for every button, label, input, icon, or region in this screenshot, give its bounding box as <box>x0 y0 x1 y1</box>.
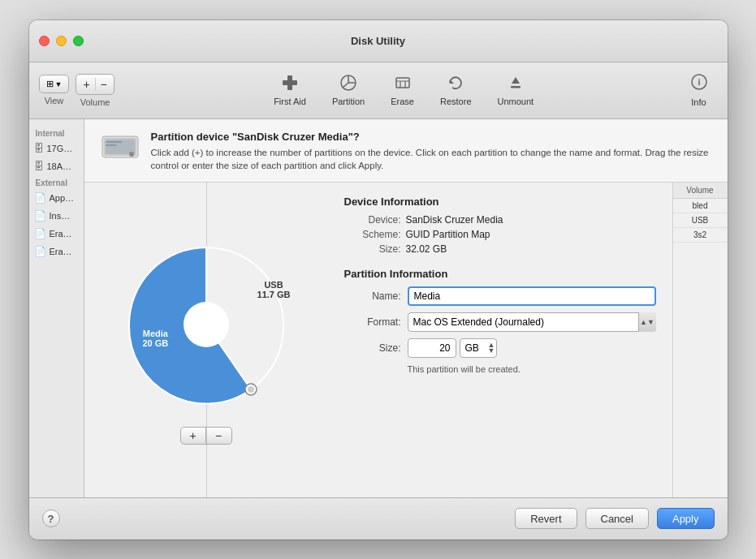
size-key: Size: <box>344 243 401 255</box>
cancel-button[interactable]: Cancel <box>585 508 649 529</box>
toolbar: ⊞ ▼ View + − Volume <box>29 62 728 119</box>
format-label: Format: <box>344 316 401 328</box>
ext1-icon: 📄 <box>34 192 46 204</box>
partition-dialog-title: Partition device "SanDisk Cruzer Media"? <box>151 131 711 143</box>
svg-marker-8 <box>512 77 520 84</box>
restore-icon <box>447 74 464 94</box>
partition-info-section: Partition Information Name: Format: Mac … <box>344 268 656 374</box>
right-col-volume-header: Volume <box>673 183 728 199</box>
sidebar-item-ext2[interactable]: 📄 Ins… <box>29 207 84 225</box>
format-select[interactable]: Mac OS Extended (Journaled) Mac OS Exten… <box>408 312 656 332</box>
right-col-row-bled: bled <box>673 199 728 213</box>
svg-rect-16 <box>106 141 122 143</box>
partition-label: Partition <box>332 97 365 106</box>
bled-label: bled <box>693 201 708 210</box>
pie-area: Media 20 GB USB 11.7 GB + − <box>84 183 328 497</box>
size-value: 32.02 GB <box>406 243 447 255</box>
sidebar-item-ext3[interactable]: 📄 Era… <box>29 225 84 243</box>
size-unit-wrap: GB MB ▲ ▼ <box>460 338 497 358</box>
chevron-down-icon: ▼ <box>55 80 63 88</box>
close-button[interactable] <box>39 36 50 46</box>
usb-col-label: USB <box>692 216 709 225</box>
remove-volume-icon: − <box>96 78 112 91</box>
svg-rect-17 <box>106 144 117 146</box>
partition-dialog-description: Click add (+) to increase the number of … <box>151 146 711 172</box>
info-tool[interactable]: i Info <box>680 68 718 112</box>
view-icon: ⊞ <box>46 79 54 89</box>
media-label-text: Media <box>143 329 169 338</box>
size-unit-select[interactable]: GB MB <box>460 338 497 358</box>
scheme-value: GUID Partition Map <box>406 229 490 240</box>
device-info-scheme-row: Scheme: GUID Partition Map <box>344 229 656 240</box>
titlebar: Disk Utility <box>29 20 728 62</box>
window-title: Disk Utility <box>351 35 405 47</box>
size-label: Size: <box>344 342 401 354</box>
format-select-wrap: Mac OS Extended (Journaled) Mac OS Exten… <box>408 312 656 332</box>
ext2-icon: 📄 <box>34 210 46 221</box>
restore-tool[interactable]: Restore <box>427 69 485 111</box>
minimize-button[interactable] <box>56 36 67 46</box>
view-label: View <box>45 96 64 105</box>
partition-tool[interactable]: Partition <box>319 69 378 111</box>
volume-button[interactable]: + − <box>76 74 114 95</box>
maximize-button[interactable] <box>73 36 84 46</box>
sidebar-item-ext1[interactable]: 📄 App… <box>29 189 84 207</box>
info-panel: Device Information Device: SanDisk Cruze… <box>328 183 672 497</box>
svg-rect-9 <box>511 86 521 88</box>
unmount-tool[interactable]: Unmount <box>485 69 547 111</box>
size-input[interactable] <box>408 338 456 358</box>
traffic-lights <box>39 36 84 46</box>
sidebar-item-disk1-label: 17G… <box>47 144 73 153</box>
internal-disk1-icon: 🗄 <box>34 143 44 154</box>
name-input[interactable] <box>408 286 656 306</box>
info-icon: i <box>690 73 708 95</box>
partition-format-row: Format: Mac OS Extended (Journaled) Mac … <box>344 312 656 332</box>
help-button[interactable]: ? <box>42 510 60 527</box>
first-aid-label: First Aid <box>274 97 306 106</box>
ext4-icon: 📄 <box>34 246 46 257</box>
toolbar-tools: First Aid Partition <box>127 69 680 111</box>
svg-text:i: i <box>698 77 700 87</box>
sidebar-item-ext4[interactable]: 📄 Era… <box>29 243 84 260</box>
first-aid-tool[interactable]: First Aid <box>261 69 319 111</box>
device-key: Device: <box>344 214 401 226</box>
usb-label-text: USB <box>257 280 291 290</box>
main-window: Disk Utility ⊞ ▼ View + − Volume <box>29 20 728 540</box>
svg-point-15 <box>129 152 134 157</box>
ext3-icon: 📄 <box>34 228 46 239</box>
remove-partition-button[interactable]: − <box>206 427 232 445</box>
partition-size-row: Size: GB MB ▲ <box>344 338 656 358</box>
volume-label: Volume <box>80 97 110 107</box>
partition-header: Partition device "SanDisk Cruzer Media"?… <box>84 119 728 183</box>
svg-rect-3 <box>396 78 409 88</box>
toolbar-left: ⊞ ▼ View + − Volume <box>39 74 114 107</box>
device-info-device-row: Device: SanDisk Cruzer Media <box>344 214 656 226</box>
sidebar-item-ext4-label: Era… <box>50 247 72 256</box>
sidebar-section-internal: Internal <box>29 126 84 140</box>
toolbar-view-section: ⊞ ▼ View <box>39 75 70 105</box>
toolbar-volume-section: + − Volume <box>76 74 114 107</box>
partition-name-row: Name: <box>344 286 656 306</box>
info-label: Info <box>691 97 706 107</box>
revert-button[interactable]: Revert <box>515 508 577 529</box>
unmount-label: Unmount <box>498 97 534 106</box>
sidebar-item-ext1-label: App… <box>50 193 75 203</box>
svg-point-18 <box>184 302 229 347</box>
partition-header-text: Partition device "SanDisk Cruzer Media"?… <box>151 131 711 172</box>
restore-label: Restore <box>440 97 472 106</box>
erase-tool[interactable]: Erase <box>378 69 427 111</box>
media-pie-label: Media 20 GB <box>143 329 169 348</box>
sidebar-item-disk2[interactable]: 🗄 18A… <box>29 157 84 175</box>
content-area: Partition device "SanDisk Cruzer Media"?… <box>84 119 728 497</box>
apply-button[interactable]: Apply <box>657 508 715 529</box>
partition-icon <box>339 74 357 94</box>
svg-marker-7 <box>450 80 454 84</box>
sidebar-item-ext2-label: Ins… <box>50 211 71 221</box>
view-button[interactable]: ⊞ ▼ <box>39 75 70 93</box>
sidebar-section-external: External <box>29 175 84 189</box>
erase-label: Erase <box>391 97 414 106</box>
sidebar-item-disk1[interactable]: 🗄 17G… <box>29 140 84 157</box>
add-partition-button[interactable]: + <box>180 427 206 445</box>
name-label: Name: <box>344 290 401 302</box>
volume-col-label: Volume <box>686 186 713 195</box>
